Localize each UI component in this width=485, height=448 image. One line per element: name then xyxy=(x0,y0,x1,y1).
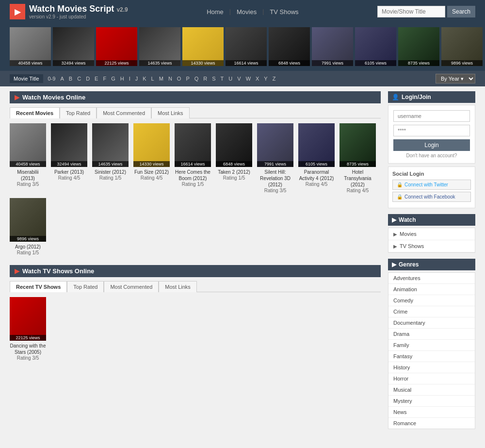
alpha-letter[interactable]: P xyxy=(184,75,191,83)
movie-card[interactable]: 32494 views Parker (2013) Rating 4/5 xyxy=(51,123,87,193)
movie-thumbnail: 8735 views xyxy=(340,123,376,167)
carousel-item[interactable]: 8735 views xyxy=(398,27,439,66)
movie-title: Here Comes the Boom (2012) xyxy=(175,169,211,182)
movie-card[interactable]: 14635 views Sinister (2012) Rating 1/5 xyxy=(92,123,129,193)
alpha-letter[interactable]: 0-9 xyxy=(46,75,58,83)
genre-item-animation[interactable]: Animation xyxy=(388,284,475,295)
alpha-letter[interactable]: W xyxy=(244,75,253,83)
movies-tab-2[interactable]: Most Commented xyxy=(97,107,151,118)
alpha-letter[interactable]: D xyxy=(84,75,92,83)
alpha-letter[interactable]: A xyxy=(58,75,65,83)
nav-tv-shows[interactable]: TV Shows xyxy=(270,8,298,16)
movies-tab-0[interactable]: Recent Movies xyxy=(10,107,60,118)
carousel-item[interactable]: 16614 views xyxy=(226,27,267,66)
alpha-letter[interactable]: U xyxy=(226,75,234,83)
alpha-letter[interactable]: M xyxy=(157,75,165,83)
genre-item-family[interactable]: Family xyxy=(388,340,475,351)
genre-item-drama[interactable]: Drama xyxy=(388,329,475,340)
alpha-letter[interactable]: B xyxy=(67,75,74,83)
alpha-letter[interactable]: G xyxy=(109,75,117,83)
alpha-letter[interactable]: V xyxy=(235,75,242,83)
movie-card[interactable]: 9896 views Argo (2012) Rating 1/5 xyxy=(10,198,46,255)
movie-views: 16614 views xyxy=(175,161,211,167)
carousel-item[interactable]: 14635 views xyxy=(139,27,180,66)
movies-tab-1[interactable]: Top Rated xyxy=(60,107,97,118)
movie-card[interactable]: 14330 views Fun Size (2012) Rating 4/5 xyxy=(133,123,170,193)
movie-card[interactable]: 6848 views Taken 2 (2012) Rating 1/5 xyxy=(216,123,252,193)
movies-tab-3[interactable]: Most Links xyxy=(151,107,190,118)
carousel-item[interactable]: 22125 views xyxy=(96,27,137,66)
genre-item-comedy[interactable]: Comedy xyxy=(388,295,475,306)
alpha-letter[interactable]: O xyxy=(175,75,183,83)
genres-title: ▶ Genres xyxy=(388,259,475,270)
genre-item-romance[interactable]: Romance xyxy=(388,418,475,429)
alpha-letter[interactable]: H xyxy=(118,75,126,83)
genre-item-musical[interactable]: Musical xyxy=(388,384,475,396)
movie-title: Paranormal Activity 4 (2012) xyxy=(298,169,335,182)
nav-home[interactable]: Home xyxy=(207,8,224,16)
genre-item-horror[interactable]: Horror xyxy=(388,373,475,384)
genre-item-crime[interactable]: Crime xyxy=(388,306,475,317)
carousel-item[interactable]: 9896 views xyxy=(441,27,483,66)
tv-grid: 22125 views Dancing with the Stars (2005… xyxy=(10,297,381,361)
facebook-login-button[interactable]: 🔒 Connect with Facebook xyxy=(392,192,471,202)
alpha-letter[interactable]: I xyxy=(127,75,132,83)
movie-views: 8735 views xyxy=(340,161,376,167)
movie-thumbnail: 14330 views xyxy=(133,123,170,167)
movie-card[interactable]: 8735 views Hotel Transylvania (2012) Rat… xyxy=(340,123,376,193)
movie-title: Silent Hill: Revelation 3D (2012) xyxy=(257,169,293,188)
genre-item-fantasy[interactable]: Fantasy xyxy=(388,351,475,362)
tv-tab-0[interactable]: Recent TV Shows xyxy=(10,281,67,292)
alpha-letter[interactable]: C xyxy=(75,75,83,83)
carousel-views: 14635 views xyxy=(139,60,180,66)
tv-show-card[interactable]: 22125 views Dancing with the Stars (2005… xyxy=(10,297,46,361)
alpha-letter[interactable]: F xyxy=(101,75,108,83)
alpha-letter[interactable]: Q xyxy=(193,75,201,83)
genre-item-mystery[interactable]: Mystery xyxy=(388,396,475,407)
tv-tab-2[interactable]: Most Commented xyxy=(104,281,159,292)
carousel-item[interactable]: 14330 views xyxy=(182,27,224,66)
carousel-item[interactable]: 40458 views xyxy=(10,27,51,66)
carousel-views: 6105 views xyxy=(355,60,396,66)
social-login: Social Login 🔒 Connect with Twitter 🔒 Co… xyxy=(388,166,475,208)
username-input[interactable] xyxy=(393,110,470,122)
tv-tab-1[interactable]: Top Rated xyxy=(67,281,104,292)
search-button[interactable]: Search xyxy=(447,6,475,17)
alpha-letter[interactable]: Z xyxy=(271,75,278,83)
twitter-login-button[interactable]: 🔒 Connect with Twitter xyxy=(392,180,471,190)
carousel-item[interactable]: 6105 views xyxy=(355,27,396,66)
carousel-item[interactable]: 6848 views xyxy=(269,27,310,66)
password-input[interactable] xyxy=(393,125,470,136)
movie-thumbnail: 40458 views xyxy=(10,123,46,167)
alpha-letter[interactable]: T xyxy=(219,75,226,83)
movie-card[interactable]: 16614 views Here Comes the Boom (2012) R… xyxy=(175,123,211,193)
alpha-bar: Movie Title 0-9ABCDEFGHIJKLMNOPQRSTUVWXY… xyxy=(0,71,485,86)
movie-card[interactable]: 7991 views Silent Hill: Revelation 3D (2… xyxy=(257,123,293,193)
genre-item-history[interactable]: History xyxy=(388,362,475,373)
alpha-letter[interactable]: S xyxy=(210,75,217,83)
movie-thumbnail: 6105 views xyxy=(298,123,335,167)
genre-item-news[interactable]: News xyxy=(388,407,475,418)
alpha-letter[interactable]: X xyxy=(254,75,261,83)
movie-card[interactable]: 40458 views Miserabilii (2013) Rating 3/… xyxy=(10,123,46,193)
genre-item-documentary[interactable]: Documentary xyxy=(388,317,475,329)
alpha-letter[interactable]: J xyxy=(133,75,140,83)
alpha-letter[interactable]: K xyxy=(141,75,148,83)
alpha-letter[interactable]: L xyxy=(149,75,156,83)
search-input[interactable] xyxy=(377,6,445,17)
alpha-letter[interactable]: R xyxy=(201,75,209,83)
tv-section-title: Watch TV Shows Online xyxy=(22,267,94,275)
tv-tab-3[interactable]: Most Links xyxy=(159,281,197,292)
watch-item-movies[interactable]: ▶Movies xyxy=(388,228,475,240)
year-select[interactable]: By Year ▾ xyxy=(436,74,475,83)
alpha-letter[interactable]: E xyxy=(93,75,100,83)
nav-movies[interactable]: Movies xyxy=(237,8,257,16)
carousel-item[interactable]: 32494 views xyxy=(53,27,94,66)
alpha-letter[interactable]: Y xyxy=(262,75,269,83)
genre-item-adventures[interactable]: Adventures xyxy=(388,273,475,284)
alpha-letter[interactable]: N xyxy=(166,75,174,83)
login-button[interactable]: Login xyxy=(393,139,470,151)
movie-card[interactable]: 6105 views Paranormal Activity 4 (2012) … xyxy=(298,123,335,193)
watch-item-tv shows[interactable]: ▶TV Shows xyxy=(388,240,475,252)
carousel-item[interactable]: 7991 views xyxy=(312,27,353,66)
